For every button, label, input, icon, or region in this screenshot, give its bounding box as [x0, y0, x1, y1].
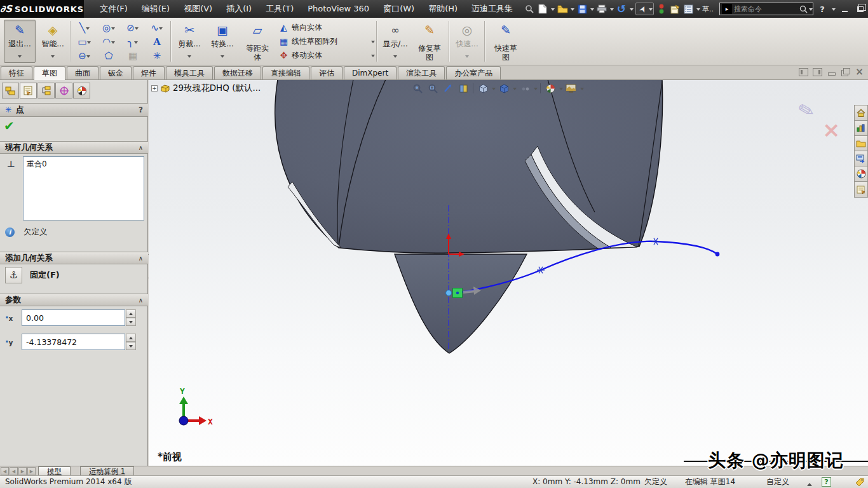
tab-render-tools[interactable]: 渲染工具 [398, 66, 445, 79]
ellipse-tool-icon[interactable]: ⊘ [126, 24, 135, 33]
document-name[interactable]: 29玫瑰花DHQ (默认... [173, 83, 261, 94]
rapid-sketch-button[interactable]: ✎ 快速草图 [488, 20, 524, 63]
flyout-feature-tree[interactable]: + 29玫瑰花DHQ (默认... [151, 83, 261, 94]
search-icon[interactable] [799, 4, 808, 14]
apply-scene-dropdown[interactable] [580, 83, 584, 94]
edit-appearance-dropdown[interactable] [559, 83, 563, 94]
y-coordinate-input[interactable] [22, 334, 125, 350]
trim-entities-button[interactable]: ✂ 剪裁... [174, 20, 205, 63]
offset-entities-button[interactable]: ▱ 等距实体 [240, 20, 275, 63]
arc-dropdown[interactable] [111, 36, 115, 48]
appearances-scenes-tab[interactable] [855, 166, 867, 182]
save-dropdown[interactable] [590, 3, 594, 15]
y-spin-up[interactable] [126, 334, 136, 342]
open-file-icon[interactable] [557, 3, 568, 15]
design-library-tab[interactable] [855, 121, 867, 136]
exit-sketch-button[interactable]: ✎ 退出... [4, 20, 36, 63]
resources-home-tab[interactable] [855, 105, 867, 121]
menu-tools[interactable]: 工具(T) [259, 0, 301, 18]
display-style-icon[interactable] [497, 82, 511, 95]
configuration-manager-tab[interactable] [37, 83, 55, 98]
x-spin-down[interactable] [126, 318, 136, 326]
move-entities-dropdown[interactable] [370, 50, 375, 61]
stoplight-icon[interactable] [656, 3, 667, 15]
spline-tool-icon[interactable]: ∿ [151, 24, 159, 33]
fillet-tool-icon[interactable]: ╮ [128, 37, 133, 47]
display-relations-dropdown[interactable] [393, 50, 398, 62]
next-tab-button[interactable]: ▶ [18, 467, 27, 475]
display-relations-button[interactable]: ∞ 显示/... [380, 20, 410, 63]
line-dropdown[interactable] [85, 22, 90, 34]
edit-appearance-icon[interactable] [543, 82, 557, 95]
model-canvas[interactable]: Y X [149, 80, 868, 466]
view-orientation-dropdown[interactable] [491, 83, 496, 94]
tab-data-migration[interactable]: 数据迁移 [214, 66, 261, 79]
help-icon[interactable]: ? [815, 3, 829, 15]
zoom-area-icon[interactable] [426, 82, 440, 95]
minimize-button[interactable] [837, 3, 851, 15]
last-tab-button[interactable]: ▶ [27, 467, 36, 475]
arc-tool-icon[interactable]: ◠ [102, 37, 111, 47]
trim-dropdown[interactable] [187, 50, 192, 62]
previous-view-icon[interactable] [441, 82, 455, 95]
petal-head[interactable] [275, 80, 663, 253]
centerline-point[interactable] [446, 290, 452, 296]
display-manager-tab[interactable] [73, 83, 90, 98]
section-view-icon[interactable] [456, 82, 470, 95]
relations-listbox[interactable]: 重合0 [23, 156, 144, 220]
pm-ok-button[interactable]: ✔ [4, 118, 15, 133]
truncated-toolbar-label[interactable]: 草.. [702, 4, 714, 14]
linear-pattern-dropdown[interactable] [370, 36, 375, 47]
view-palette-tab[interactable] [855, 151, 867, 166]
menu-file[interactable]: 文件(F) [93, 0, 135, 18]
model-tab[interactable]: 模型 [38, 466, 71, 476]
menu-photoview[interactable]: PhotoView 360 [301, 0, 376, 18]
undo-icon[interactable]: ↺ [616, 3, 627, 15]
relation-item[interactable]: 重合0 [27, 159, 140, 170]
circle-dropdown[interactable] [111, 22, 115, 34]
convert-entities-button[interactable]: ▣ 转换... [207, 20, 238, 63]
spline-dropdown[interactable] [159, 22, 163, 34]
lower-petal[interactable] [395, 254, 527, 353]
tab-surfaces[interactable]: 曲面 [67, 66, 98, 79]
tab-features[interactable]: 特征 [1, 66, 32, 79]
existing-relations-header[interactable]: 现有几何关系 ∧ [0, 141, 148, 154]
slot-tool-icon[interactable]: ⊖ [78, 51, 86, 61]
view-orientation-icon[interactable] [476, 82, 490, 95]
rose-model[interactable] [275, 80, 663, 353]
move-entities-button[interactable]: ✥ 移动实体 [278, 48, 375, 62]
save-icon[interactable] [576, 3, 588, 15]
select-tool[interactable]: ➤ [635, 3, 654, 15]
hide-show-dropdown[interactable] [533, 83, 538, 94]
tree-expand-icon[interactable]: + [151, 85, 158, 92]
collapse-chevron-icon[interactable]: ∧ [139, 297, 143, 304]
ellipse-dropdown[interactable] [135, 22, 139, 34]
graphics-viewport[interactable]: Y X + 29玫瑰花DHQ (默认... ✎ × *前视 [149, 80, 868, 466]
menu-insert[interactable]: 插入(I) [219, 0, 259, 18]
point-tool-icon[interactable]: ✳ [153, 51, 161, 61]
rapid-dimension-button[interactable]: ◎ 快速... [452, 20, 482, 63]
tag-icon[interactable] [854, 477, 865, 487]
tab-direct-editing[interactable]: 直接编辑 [262, 66, 309, 79]
open-file-dropdown[interactable] [570, 3, 574, 15]
print-icon[interactable] [596, 3, 607, 15]
spline-point-asterisk[interactable] [652, 238, 660, 245]
convert-dropdown[interactable] [220, 50, 225, 62]
property-manager-tab[interactable] [20, 83, 37, 98]
parameters-header[interactable]: 参数 ∧ [0, 294, 148, 306]
line-tool-icon[interactable]: ╲ [79, 24, 85, 33]
spline-point-asterisk[interactable] [537, 267, 545, 273]
polygon-tool-icon[interactable]: ⬠ [104, 51, 112, 61]
first-tab-button[interactable]: ◀ [1, 467, 9, 475]
zoom-fit-icon[interactable] [410, 82, 424, 95]
fix-relation-button[interactable]: ⚓ [5, 267, 22, 283]
options-list-icon[interactable] [682, 3, 694, 15]
mirror-entities-button[interactable]: ◭ 镜向实体 [278, 20, 375, 34]
display-style-dropdown[interactable] [512, 83, 517, 94]
doc-restore-button[interactable] [841, 68, 850, 76]
smart-dimension-dropdown[interactable] [51, 50, 55, 62]
spline-endpoint[interactable] [715, 252, 720, 257]
menu-maidi-tools[interactable]: 迈迪工具集 [465, 0, 520, 18]
units-dropdown-icon[interactable] [807, 480, 812, 486]
tab-office-products[interactable]: 办公室产品 [446, 66, 501, 79]
